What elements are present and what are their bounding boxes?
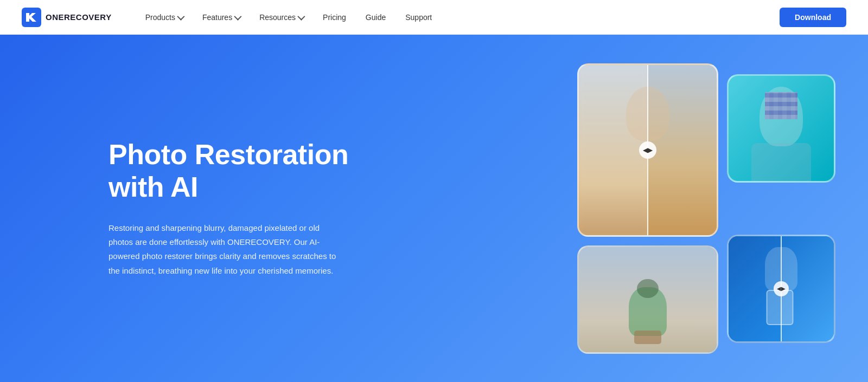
kid-suitcase-card bbox=[577, 245, 718, 354]
hero-content: Photo Restoration with AI Restoring and … bbox=[108, 139, 348, 278]
man-tablet-card: ◀▶ bbox=[727, 235, 835, 343]
nav-links: Products Features Resources Pricing Guid… bbox=[138, 9, 780, 26]
split-handle-icon[interactable]: ◀▶ bbox=[639, 141, 656, 159]
nav-item-pricing[interactable]: Pricing bbox=[315, 9, 354, 26]
suitcase-shape bbox=[634, 331, 661, 344]
nav-label-support: Support bbox=[405, 13, 432, 22]
logo-text: ONERECOVERY bbox=[46, 12, 112, 22]
navbar: ONERECOVERY Products Features Resources … bbox=[0, 0, 868, 35]
pixel-overlay bbox=[765, 92, 797, 119]
nav-label-pricing: Pricing bbox=[323, 13, 346, 22]
hero-section: Photo Restoration with AI Restoring and … bbox=[0, 35, 868, 382]
download-button[interactable]: Download bbox=[780, 8, 846, 27]
nav-item-guide[interactable]: Guide bbox=[358, 9, 393, 26]
hero-image-grid: ◀▶ bbox=[577, 63, 835, 354]
nav-item-products[interactable]: Products bbox=[138, 9, 190, 26]
nav-label-guide: Guide bbox=[366, 13, 386, 22]
nav-item-resources[interactable]: Resources bbox=[252, 9, 311, 26]
pixelated-face-card bbox=[727, 74, 835, 183]
hero-description: Restoring and sharpening blurry, damaged… bbox=[108, 221, 342, 278]
logo-icon bbox=[22, 8, 41, 27]
nav-item-support[interactable]: Support bbox=[398, 9, 439, 26]
split-handle-br-icon[interactable]: ◀▶ bbox=[774, 281, 789, 296]
body-shape bbox=[751, 143, 811, 181]
nav-label-features: Features bbox=[202, 13, 232, 22]
nav-item-features[interactable]: Features bbox=[195, 9, 247, 26]
chevron-resources-icon bbox=[297, 12, 305, 20]
chevron-features-icon bbox=[234, 12, 241, 20]
helmet-shape bbox=[637, 279, 659, 298]
hero-title: Photo Restoration with AI bbox=[108, 139, 348, 204]
nav-label-products: Products bbox=[145, 13, 175, 22]
before-after-image-card: ◀▶ bbox=[577, 63, 718, 237]
nav-label-resources: Resources bbox=[259, 13, 296, 22]
chevron-products-icon bbox=[177, 12, 184, 20]
logo-link[interactable]: ONERECOVERY bbox=[22, 8, 112, 27]
